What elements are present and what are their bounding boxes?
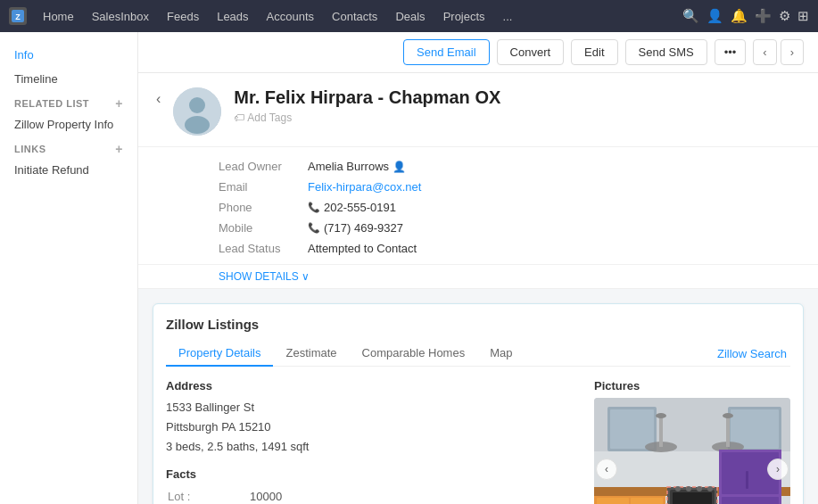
send-email-button[interactable]: Send Email bbox=[403, 39, 489, 65]
nav-projects[interactable]: Projects bbox=[436, 6, 492, 27]
zillow-body: Address 1533 Ballinger St Pittsburgh PA … bbox=[166, 379, 790, 504]
lead-status-value: Attempted to Contact bbox=[308, 242, 417, 255]
nav-home[interactable]: Home bbox=[36, 6, 81, 27]
svg-point-32 bbox=[675, 486, 681, 492]
zillow-title: Zillow Listings bbox=[166, 317, 790, 332]
sidebar-item-info[interactable]: Info bbox=[0, 43, 137, 67]
add-tags-button[interactable]: 🏷 Add Tags bbox=[234, 112, 500, 124]
mobile-label: Mobile bbox=[219, 221, 308, 235]
zillow-left: Address 1533 Ballinger St Pittsburgh PA … bbox=[166, 379, 576, 504]
zillow-tabs: Property Details Zestimate Comparable Ho… bbox=[166, 341, 790, 367]
svg-point-4 bbox=[185, 116, 210, 134]
search-icon[interactable]: 🔍 bbox=[682, 8, 699, 24]
mobile-value: 📞 (717) 469-9327 bbox=[308, 221, 403, 235]
tab-zestimate[interactable]: Zestimate bbox=[273, 341, 349, 367]
svg-point-33 bbox=[686, 486, 691, 492]
show-details-button[interactable]: SHOW DETAILS ∨ bbox=[138, 265, 818, 289]
facts-table: Lot : 10000 Type : SingleFamily Year Bui… bbox=[166, 486, 576, 504]
svg-point-13 bbox=[656, 413, 666, 418]
top-navigation: Z Home SalesInbox Feeds Leads Accounts C… bbox=[0, 0, 818, 32]
lead-owner-label: Lead Owner bbox=[219, 160, 308, 173]
tab-property-details[interactable]: Property Details bbox=[166, 341, 273, 367]
svg-rect-19 bbox=[597, 498, 629, 504]
avatar-image bbox=[173, 87, 221, 136]
svg-rect-8 bbox=[610, 409, 654, 449]
more-actions-button[interactable]: ••• bbox=[715, 39, 747, 65]
tab-map[interactable]: Map bbox=[477, 341, 525, 367]
lot-label: Lot : bbox=[168, 488, 248, 504]
plus-icon[interactable]: ➕ bbox=[755, 8, 772, 24]
back-button[interactable]: ‹ bbox=[156, 91, 161, 107]
related-list-add[interactable]: + bbox=[115, 96, 123, 111]
sidebar-item-zillow[interactable]: Zillow Property Info bbox=[0, 112, 137, 136]
kitchen-svg bbox=[594, 398, 790, 504]
svg-point-16 bbox=[723, 413, 733, 418]
kitchen-image: ‹ bbox=[594, 398, 790, 504]
lot-row: Lot : 10000 bbox=[168, 488, 574, 504]
nav-accounts[interactable]: Accounts bbox=[260, 6, 321, 27]
address-heading: Address bbox=[166, 379, 576, 392]
carousel-prev[interactable]: ‹ bbox=[596, 459, 617, 480]
send-sms-button[interactable]: Send SMS bbox=[625, 39, 707, 65]
card-container: Zillow Listings Property Details Zestima… bbox=[138, 289, 818, 504]
chevron-down-icon: ∨ bbox=[302, 270, 310, 283]
nav-more[interactable]: ... bbox=[496, 6, 520, 27]
nav-feeds[interactable]: Feeds bbox=[160, 6, 206, 27]
svg-rect-29 bbox=[746, 471, 748, 489]
tab-comparable-homes[interactable]: Comparable Homes bbox=[350, 341, 478, 367]
phone-value: 📞 202-555-0191 bbox=[308, 201, 396, 214]
svg-point-3 bbox=[189, 97, 205, 113]
phone-row: Phone 📞 202-555-0191 bbox=[219, 197, 800, 218]
svg-rect-15 bbox=[726, 416, 730, 447]
next-arrow[interactable]: › bbox=[781, 39, 804, 65]
navigation-arrows: ‹ › bbox=[753, 39, 804, 65]
mobile-row: Mobile 📞 (717) 469-9327 bbox=[219, 218, 800, 238]
links-add[interactable]: + bbox=[115, 142, 123, 156]
mobile-icon: 📞 bbox=[308, 222, 320, 234]
svg-point-35 bbox=[707, 486, 713, 492]
sidebar-related-list-heading: RELATED LIST + bbox=[0, 91, 137, 112]
address-text: 1533 Ballinger St Pittsburgh PA 15210 3 … bbox=[166, 398, 576, 457]
app-logo: Z bbox=[9, 7, 27, 25]
sidebar: Info Timeline RELATED LIST + Zillow Prop… bbox=[0, 32, 138, 504]
prev-arrow[interactable]: ‹ bbox=[753, 39, 776, 65]
zillow-search-link[interactable]: Zillow Search bbox=[717, 347, 790, 360]
profile-area: ‹ Mr. Felix Hirpara - Chapman OX 🏷 Add T… bbox=[138, 73, 818, 147]
lot-value: 10000 bbox=[250, 488, 574, 504]
lead-status-label: Lead Status bbox=[219, 242, 308, 255]
page-layout: Info Timeline RELATED LIST + Zillow Prop… bbox=[0, 32, 818, 504]
sidebar-item-timeline[interactable]: Timeline bbox=[0, 67, 137, 91]
action-bar: Send Email Convert Edit Send SMS ••• ‹ › bbox=[138, 32, 818, 73]
svg-rect-28 bbox=[722, 497, 779, 504]
topnav-icons: 🔍 👤 🔔 ➕ ⚙ ⊞ bbox=[682, 8, 809, 24]
grid-icon[interactable]: ⊞ bbox=[797, 8, 809, 24]
carousel-next[interactable]: › bbox=[767, 459, 789, 480]
sidebar-item-initiate-refund[interactable]: Initiate Refund bbox=[0, 158, 137, 182]
svg-point-34 bbox=[697, 486, 702, 492]
lead-owner-value: Amelia Burrows 👤 bbox=[308, 160, 406, 173]
svg-rect-20 bbox=[631, 498, 663, 504]
facts-heading: Facts bbox=[166, 467, 576, 481]
nav-leads[interactable]: Leads bbox=[210, 6, 255, 27]
convert-button[interactable]: Convert bbox=[497, 39, 565, 65]
user-icon[interactable]: 👤 bbox=[706, 8, 723, 24]
svg-text:Z: Z bbox=[15, 12, 21, 21]
tag-icon: 🏷 bbox=[234, 112, 244, 124]
phone-icon: 📞 bbox=[308, 202, 320, 213]
nav-salesinbox[interactable]: SalesInbox bbox=[85, 6, 156, 27]
pictures-heading: Pictures bbox=[594, 379, 790, 392]
edit-button[interactable]: Edit bbox=[571, 39, 617, 65]
svg-rect-12 bbox=[659, 416, 663, 447]
settings-icon[interactable]: ⚙ bbox=[779, 8, 790, 24]
lead-status-row: Lead Status Attempted to Contact bbox=[219, 238, 800, 259]
email-row: Email Felix-hirpara@cox.net bbox=[219, 177, 800, 197]
nav-contacts[interactable]: Contacts bbox=[325, 6, 384, 27]
bell-icon[interactable]: 🔔 bbox=[731, 8, 748, 24]
zillow-card: Zillow Listings Property Details Zestima… bbox=[153, 303, 804, 504]
main-content: Send Email Convert Edit Send SMS ••• ‹ ›… bbox=[138, 32, 818, 504]
email-label: Email bbox=[219, 180, 308, 194]
zillow-right: Pictures ‹ bbox=[594, 379, 790, 504]
profile-info: Mr. Felix Hirpara - Chapman OX 🏷 Add Tag… bbox=[234, 87, 500, 124]
nav-deals[interactable]: Deals bbox=[388, 6, 432, 27]
email-value[interactable]: Felix-hirpara@cox.net bbox=[308, 180, 421, 194]
